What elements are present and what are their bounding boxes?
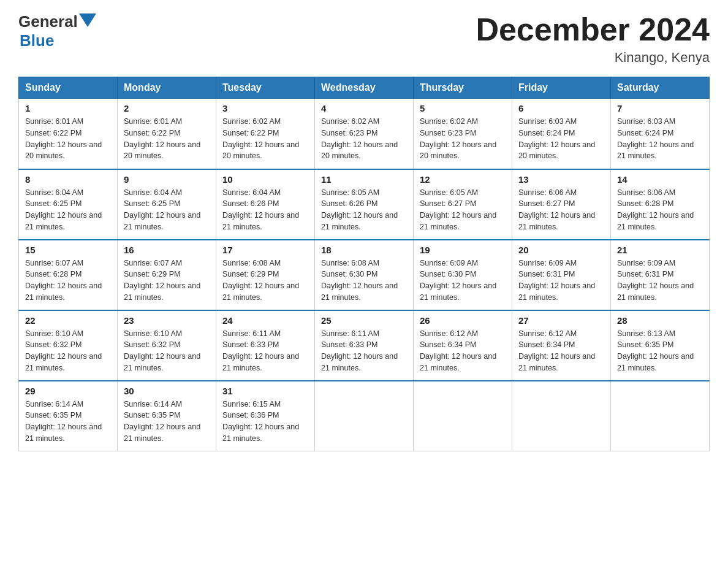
day-info: Sunrise: 6:11 AMSunset: 6:33 PMDaylight:… xyxy=(222,329,299,372)
day-info: Sunrise: 6:14 AMSunset: 6:35 PMDaylight:… xyxy=(25,400,102,443)
day-number: 21 xyxy=(617,245,703,255)
calendar-cell: 31 Sunrise: 6:15 AMSunset: 6:36 PMDaylig… xyxy=(216,381,315,451)
calendar-cell: 2 Sunrise: 6:01 AMSunset: 6:22 PMDayligh… xyxy=(118,99,216,169)
day-info: Sunrise: 6:01 AMSunset: 6:22 PMDaylight:… xyxy=(124,117,200,160)
calendar-cell xyxy=(512,381,611,451)
day-number: 28 xyxy=(617,315,703,326)
day-number: 17 xyxy=(222,245,308,255)
day-info: Sunrise: 6:06 AMSunset: 6:28 PMDaylight:… xyxy=(617,188,694,231)
calendar-cell: 8 Sunrise: 6:04 AMSunset: 6:25 PMDayligh… xyxy=(19,169,118,240)
calendar-cell: 6 Sunrise: 6:03 AMSunset: 6:24 PMDayligh… xyxy=(512,99,611,169)
day-number: 7 xyxy=(617,103,703,113)
calendar-cell xyxy=(414,381,512,451)
day-info: Sunrise: 6:04 AMSunset: 6:26 PMDaylight:… xyxy=(222,188,299,231)
day-number: 25 xyxy=(321,315,407,326)
calendar-cell: 29 Sunrise: 6:14 AMSunset: 6:35 PMDaylig… xyxy=(19,381,118,451)
calendar-cell: 14 Sunrise: 6:06 AMSunset: 6:28 PMDaylig… xyxy=(611,169,710,240)
day-number: 29 xyxy=(25,386,111,396)
calendar-cell: 24 Sunrise: 6:11 AMSunset: 6:33 PMDaylig… xyxy=(216,310,315,381)
day-number: 14 xyxy=(617,174,703,185)
day-info: Sunrise: 6:09 AMSunset: 6:31 PMDaylight:… xyxy=(518,259,595,302)
day-number: 30 xyxy=(124,386,210,396)
calendar-cell: 22 Sunrise: 6:10 AMSunset: 6:32 PMDaylig… xyxy=(19,310,118,381)
title-block: December 2024 Kinango, Kenya xyxy=(476,12,710,66)
calendar-cell: 5 Sunrise: 6:02 AMSunset: 6:23 PMDayligh… xyxy=(414,99,512,169)
calendar-cell: 11 Sunrise: 6:05 AMSunset: 6:26 PMDaylig… xyxy=(315,169,414,240)
day-info: Sunrise: 6:09 AMSunset: 6:30 PMDaylight:… xyxy=(420,259,496,302)
calendar-cell: 12 Sunrise: 6:05 AMSunset: 6:27 PMDaylig… xyxy=(414,169,512,240)
day-number: 12 xyxy=(420,174,506,185)
calendar-cell: 16 Sunrise: 6:07 AMSunset: 6:29 PMDaylig… xyxy=(118,240,216,310)
day-number: 2 xyxy=(124,103,210,113)
day-info: Sunrise: 6:10 AMSunset: 6:32 PMDaylight:… xyxy=(25,329,102,372)
calendar-header-tuesday: Tuesday xyxy=(216,77,315,99)
calendar-title: December 2024 xyxy=(476,12,710,47)
calendar-cell: 21 Sunrise: 6:09 AMSunset: 6:31 PMDaylig… xyxy=(611,240,710,310)
day-number: 18 xyxy=(321,245,407,255)
calendar-header-saturday: Saturday xyxy=(611,77,710,99)
calendar-week-row: 1 Sunrise: 6:01 AMSunset: 6:22 PMDayligh… xyxy=(19,99,710,169)
day-info: Sunrise: 6:03 AMSunset: 6:24 PMDaylight:… xyxy=(617,117,694,160)
day-number: 27 xyxy=(518,315,604,326)
day-number: 3 xyxy=(222,103,308,113)
day-info: Sunrise: 6:03 AMSunset: 6:24 PMDaylight:… xyxy=(518,117,595,160)
day-number: 13 xyxy=(518,174,604,185)
day-number: 5 xyxy=(420,103,506,113)
calendar-cell: 18 Sunrise: 6:08 AMSunset: 6:30 PMDaylig… xyxy=(315,240,414,310)
calendar-cell: 19 Sunrise: 6:09 AMSunset: 6:30 PMDaylig… xyxy=(414,240,512,310)
calendar-cell: 17 Sunrise: 6:08 AMSunset: 6:29 PMDaylig… xyxy=(216,240,315,310)
day-info: Sunrise: 6:06 AMSunset: 6:27 PMDaylight:… xyxy=(518,188,595,231)
day-number: 11 xyxy=(321,174,407,185)
day-number: 24 xyxy=(222,315,308,326)
day-number: 19 xyxy=(420,245,506,255)
calendar-cell: 3 Sunrise: 6:02 AMSunset: 6:22 PMDayligh… xyxy=(216,99,315,169)
calendar-cell: 27 Sunrise: 6:12 AMSunset: 6:34 PMDaylig… xyxy=(512,310,611,381)
day-info: Sunrise: 6:07 AMSunset: 6:29 PMDaylight:… xyxy=(124,259,200,302)
calendar-cell: 1 Sunrise: 6:01 AMSunset: 6:22 PMDayligh… xyxy=(19,99,118,169)
day-number: 20 xyxy=(518,245,604,255)
day-info: Sunrise: 6:12 AMSunset: 6:34 PMDaylight:… xyxy=(420,329,496,372)
day-number: 6 xyxy=(518,103,604,113)
calendar-week-row: 29 Sunrise: 6:14 AMSunset: 6:35 PMDaylig… xyxy=(19,381,710,451)
calendar-week-row: 15 Sunrise: 6:07 AMSunset: 6:28 PMDaylig… xyxy=(19,240,710,310)
calendar-cell: 10 Sunrise: 6:04 AMSunset: 6:26 PMDaylig… xyxy=(216,169,315,240)
calendar-cell: 28 Sunrise: 6:13 AMSunset: 6:35 PMDaylig… xyxy=(611,310,710,381)
page-header: General Blue December 2024 Kinango, Keny… xyxy=(18,12,710,66)
calendar-header-wednesday: Wednesday xyxy=(315,77,414,99)
calendar-cell: 23 Sunrise: 6:10 AMSunset: 6:32 PMDaylig… xyxy=(118,310,216,381)
day-number: 15 xyxy=(25,245,111,255)
day-info: Sunrise: 6:02 AMSunset: 6:22 PMDaylight:… xyxy=(222,117,299,160)
day-info: Sunrise: 6:10 AMSunset: 6:32 PMDaylight:… xyxy=(124,329,200,372)
calendar-cell: 7 Sunrise: 6:03 AMSunset: 6:24 PMDayligh… xyxy=(611,99,710,169)
day-info: Sunrise: 6:05 AMSunset: 6:26 PMDaylight:… xyxy=(321,188,398,231)
calendar-cell: 30 Sunrise: 6:14 AMSunset: 6:35 PMDaylig… xyxy=(118,381,216,451)
calendar-header-friday: Friday xyxy=(512,77,611,99)
day-info: Sunrise: 6:01 AMSunset: 6:22 PMDaylight:… xyxy=(25,117,102,160)
calendar-subtitle: Kinango, Kenya xyxy=(476,50,710,66)
calendar-header-sunday: Sunday xyxy=(19,77,118,99)
day-info: Sunrise: 6:11 AMSunset: 6:33 PMDaylight:… xyxy=(321,329,398,372)
calendar-cell: 13 Sunrise: 6:06 AMSunset: 6:27 PMDaylig… xyxy=(512,169,611,240)
svg-marker-0 xyxy=(79,13,96,27)
calendar-header-row: SundayMondayTuesdayWednesdayThursdayFrid… xyxy=(19,77,710,99)
logo-text-blue: Blue xyxy=(20,31,96,50)
day-info: Sunrise: 6:15 AMSunset: 6:36 PMDaylight:… xyxy=(222,400,299,443)
day-number: 22 xyxy=(25,315,111,326)
logo: General Blue xyxy=(18,12,96,50)
day-info: Sunrise: 6:14 AMSunset: 6:35 PMDaylight:… xyxy=(124,400,200,443)
day-number: 1 xyxy=(25,103,111,113)
calendar-week-row: 22 Sunrise: 6:10 AMSunset: 6:32 PMDaylig… xyxy=(19,310,710,381)
logo-text-general: General xyxy=(18,12,78,31)
day-info: Sunrise: 6:04 AMSunset: 6:25 PMDaylight:… xyxy=(25,188,102,231)
day-number: 23 xyxy=(124,315,210,326)
calendar-cell xyxy=(611,381,710,451)
calendar-table: SundayMondayTuesdayWednesdayThursdayFrid… xyxy=(18,77,710,451)
day-info: Sunrise: 6:05 AMSunset: 6:27 PMDaylight:… xyxy=(420,188,496,231)
day-info: Sunrise: 6:02 AMSunset: 6:23 PMDaylight:… xyxy=(420,117,496,160)
day-number: 4 xyxy=(321,103,407,113)
day-number: 26 xyxy=(420,315,506,326)
day-info: Sunrise: 6:13 AMSunset: 6:35 PMDaylight:… xyxy=(617,329,694,372)
day-number: 31 xyxy=(222,386,308,396)
day-info: Sunrise: 6:04 AMSunset: 6:25 PMDaylight:… xyxy=(124,188,200,231)
day-info: Sunrise: 6:08 AMSunset: 6:29 PMDaylight:… xyxy=(222,259,299,302)
